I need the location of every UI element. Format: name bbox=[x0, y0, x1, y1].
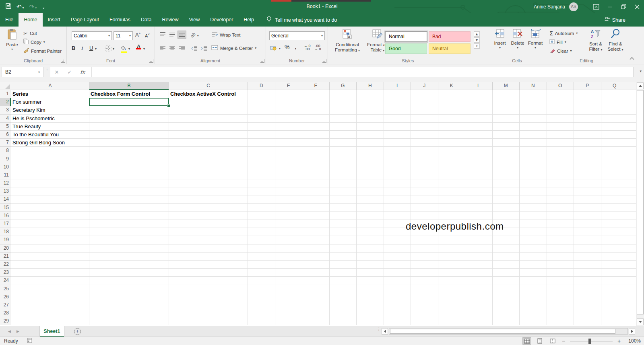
decrease-decimal-button[interactable]: .00→.0 bbox=[314, 44, 321, 51]
gallery-more-icon[interactable]: ⊻ bbox=[474, 43, 480, 49]
cell-L27[interactable] bbox=[465, 301, 493, 309]
increase-font-size-button[interactable]: A˄ bbox=[135, 32, 140, 38]
cell-I27[interactable] bbox=[384, 301, 411, 309]
cell-M13[interactable] bbox=[493, 187, 520, 195]
cell-M5[interactable] bbox=[493, 123, 520, 131]
cell-P4[interactable] bbox=[574, 115, 601, 123]
cell-I6[interactable] bbox=[384, 131, 411, 139]
cell-D5[interactable] bbox=[248, 123, 275, 131]
cell-O2[interactable] bbox=[547, 98, 574, 106]
cell-A10[interactable] bbox=[11, 163, 89, 171]
cell-H4[interactable] bbox=[357, 115, 384, 123]
row-header-15[interactable]: 15 bbox=[0, 204, 11, 212]
cell-G16[interactable] bbox=[330, 212, 357, 220]
cell-B3[interactable] bbox=[89, 106, 169, 114]
cell-H22[interactable] bbox=[357, 261, 384, 269]
cell-Q20[interactable] bbox=[601, 244, 629, 253]
cell-I3[interactable] bbox=[384, 106, 411, 114]
tab-help[interactable]: Help bbox=[238, 13, 259, 27]
cell-I24[interactable] bbox=[384, 277, 411, 285]
increase-indent-button[interactable] bbox=[199, 44, 208, 52]
cell-H25[interactable] bbox=[357, 285, 384, 293]
clear-button[interactable]: Clear ▾ bbox=[549, 47, 572, 55]
cell-M4[interactable] bbox=[493, 115, 520, 123]
cell-P13[interactable] bbox=[574, 187, 601, 195]
cell-H8[interactable] bbox=[357, 147, 384, 155]
cell-A17[interactable] bbox=[11, 220, 89, 228]
cut-button[interactable]: ✂ Cut bbox=[23, 29, 37, 37]
cell-C6[interactable] bbox=[169, 131, 248, 139]
cell-N22[interactable] bbox=[520, 261, 547, 269]
cell-F3[interactable] bbox=[302, 106, 330, 114]
cell-O22[interactable] bbox=[547, 261, 574, 269]
italic-button[interactable]: I bbox=[81, 45, 83, 51]
cell-K22[interactable] bbox=[438, 261, 466, 269]
cell-H18[interactable] bbox=[357, 228, 384, 236]
cell-E17[interactable] bbox=[275, 220, 303, 228]
horizontal-scroll-thumb[interactable] bbox=[390, 329, 615, 334]
column-header-D[interactable]: D bbox=[248, 82, 275, 90]
cell-J16[interactable] bbox=[411, 212, 438, 220]
cell-D6[interactable] bbox=[248, 131, 275, 139]
merge-center-button[interactable]: Merge & Center ▾ bbox=[211, 44, 256, 52]
cell-H29[interactable] bbox=[357, 317, 384, 325]
insert-function-icon[interactable]: fx bbox=[76, 69, 89, 75]
cell-F18[interactable] bbox=[302, 228, 330, 236]
decrease-font-size-button[interactable]: A˅ bbox=[145, 33, 150, 38]
cell-O7[interactable] bbox=[547, 139, 574, 147]
cell-Q27[interactable] bbox=[601, 301, 629, 309]
cell-G9[interactable] bbox=[330, 155, 357, 163]
cell-L8[interactable] bbox=[465, 147, 493, 155]
confirm-entry-icon[interactable]: ✓ bbox=[63, 69, 76, 75]
cell-E8[interactable] bbox=[275, 147, 303, 155]
cell-G11[interactable] bbox=[330, 171, 357, 179]
cell-H17[interactable] bbox=[357, 220, 384, 228]
cell-C20[interactable] bbox=[169, 244, 248, 253]
cell-P14[interactable] bbox=[574, 195, 601, 203]
zoom-out-button[interactable]: − bbox=[561, 338, 566, 344]
cell-O16[interactable] bbox=[547, 212, 574, 220]
cell-K12[interactable] bbox=[438, 179, 466, 187]
cell-A28[interactable] bbox=[11, 309, 89, 317]
cell-P7[interactable] bbox=[574, 139, 601, 147]
cell-G29[interactable] bbox=[330, 317, 357, 325]
row-header-24[interactable]: 24 bbox=[0, 277, 11, 285]
cell-M10[interactable] bbox=[493, 163, 520, 171]
cell-D27[interactable] bbox=[248, 301, 275, 309]
format-cells-button[interactable]: Format ▾ bbox=[527, 29, 544, 49]
cell-H1[interactable] bbox=[357, 90, 384, 98]
cell-M7[interactable] bbox=[493, 139, 520, 147]
row-header-16[interactable]: 16 bbox=[0, 212, 11, 220]
redo-button[interactable]: ↷▾ bbox=[29, 3, 37, 10]
cell-B16[interactable] bbox=[89, 212, 169, 220]
cell-O21[interactable] bbox=[547, 253, 574, 261]
cell-K27[interactable] bbox=[438, 301, 466, 309]
column-header-K[interactable]: K bbox=[438, 82, 466, 90]
cell-H11[interactable] bbox=[357, 171, 384, 179]
restore-button[interactable] bbox=[617, 0, 630, 13]
cell-K29[interactable] bbox=[438, 317, 466, 325]
cell-N21[interactable] bbox=[520, 253, 547, 261]
cell-B2[interactable] bbox=[89, 98, 169, 106]
cell-O13[interactable] bbox=[547, 187, 574, 195]
column-header-N[interactable]: N bbox=[520, 82, 547, 90]
cell-M8[interactable] bbox=[493, 147, 520, 155]
cell-P25[interactable] bbox=[574, 285, 601, 293]
cell-C16[interactable] bbox=[169, 212, 248, 220]
tell-me-box[interactable]: Tell me what you want to do bbox=[266, 13, 337, 27]
cell-N18[interactable] bbox=[520, 228, 547, 236]
cell-Q25[interactable] bbox=[601, 285, 629, 293]
cell-A1[interactable]: Series bbox=[11, 90, 89, 98]
cell-Q6[interactable] bbox=[601, 131, 629, 139]
cell-Q16[interactable] bbox=[601, 212, 629, 220]
cell-L26[interactable] bbox=[465, 293, 493, 301]
row-header-2[interactable]: 2 bbox=[0, 98, 11, 106]
cell-N11[interactable] bbox=[520, 171, 547, 179]
cell-H3[interactable] bbox=[357, 106, 384, 114]
close-button[interactable] bbox=[630, 0, 644, 13]
cell-E16[interactable] bbox=[275, 212, 303, 220]
cell-B27[interactable] bbox=[89, 301, 169, 309]
accounting-format-button[interactable]: ▾ bbox=[270, 45, 281, 53]
cell-E12[interactable] bbox=[275, 179, 303, 187]
cell-M27[interactable] bbox=[493, 301, 520, 309]
